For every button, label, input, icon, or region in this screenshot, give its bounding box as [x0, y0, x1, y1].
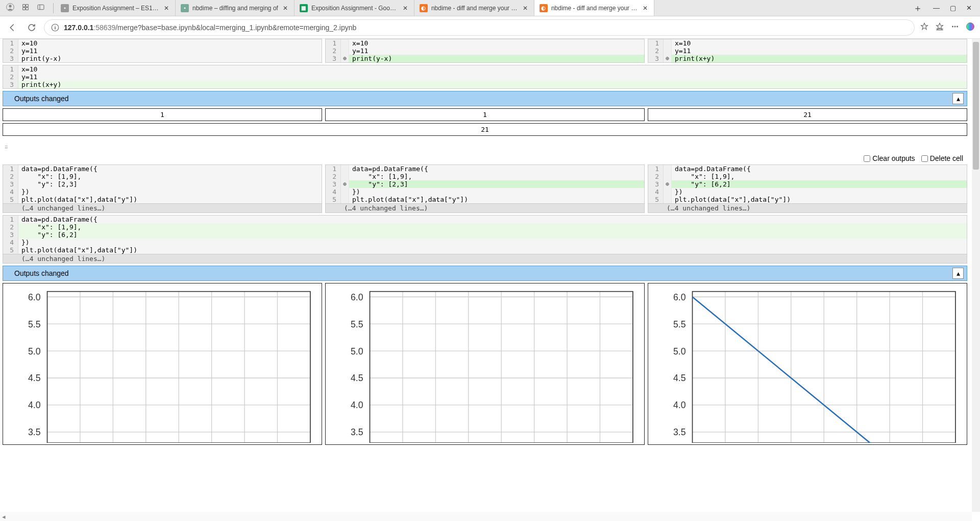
line-number: 3: [648, 55, 664, 62]
svg-rect-2: [38, 5, 44, 9]
collapsed-lines[interactable]: (…4 unchanged lines…): [326, 203, 644, 212]
tab-title: nbdime - diff and merge your Jup: [551, 5, 638, 12]
code-line: plt.plot(data["x"],data["y"]): [672, 196, 967, 203]
horizontal-scrollbar[interactable]: ◂: [0, 512, 972, 521]
scrollbar-thumb[interactable]: [973, 42, 979, 170]
code-line: "x": [1,9],: [672, 173, 967, 180]
svg-text:5.0: 5.0: [28, 346, 41, 357]
chart-output: 3.54.04.55.05.56.0: [3, 283, 322, 445]
outputs-changed-header[interactable]: Outputs changed ▴: [3, 91, 967, 106]
diff-gutter[interactable]: [664, 180, 672, 188]
line-number: 2: [3, 173, 18, 180]
line-number: 2: [3, 223, 18, 231]
browser-tab[interactable]: ◐nbdime - diff and merge your Jup✕: [534, 0, 654, 16]
drag-handle[interactable]: ⠿: [3, 145, 967, 152]
svg-text:6.0: 6.0: [28, 292, 41, 302]
tab-close-icon[interactable]: ✕: [642, 5, 649, 12]
line-number: 2: [326, 173, 341, 180]
code-line: data=pd.DataFrame({: [349, 165, 644, 173]
svg-text:4.5: 4.5: [351, 373, 363, 383]
refresh-button[interactable]: [24, 20, 39, 35]
panel-icon[interactable]: [37, 3, 45, 13]
recent-icon[interactable]: [21, 3, 30, 13]
diff-gutter[interactable]: [664, 188, 672, 196]
diff-gutter[interactable]: [341, 47, 349, 55]
code-line: y=11: [349, 47, 644, 55]
output-remote: 21: [648, 108, 967, 121]
delete-cell-checkbox[interactable]: Delete cell: [921, 154, 963, 162]
svg-point-10: [954, 26, 955, 27]
tab-favicon: ▪: [61, 4, 69, 12]
diff-gutter[interactable]: [664, 47, 672, 55]
favorite-icon[interactable]: [920, 22, 929, 33]
collapse-caret-icon[interactable]: ▴: [952, 93, 964, 104]
browser-tab[interactable]: ▪nbdime – diffing and merging of✕: [176, 0, 295, 16]
window-maximize[interactable]: ▢: [950, 4, 956, 12]
copilot-icon[interactable]: [966, 22, 975, 33]
code-line: }): [672, 188, 967, 196]
tab-favicon: ▦: [300, 4, 308, 12]
diff-gutter[interactable]: [664, 165, 672, 173]
tab-close-icon[interactable]: ✕: [282, 5, 289, 12]
window-close[interactable]: ✕: [966, 4, 972, 12]
line-number: 1: [648, 39, 664, 47]
diff-gutter[interactable]: [341, 196, 349, 203]
browser-tab-strip: ▪Exposition Assignment – ES114 -✕▪nbdime…: [0, 0, 980, 16]
diff-gutter[interactable]: [341, 188, 349, 196]
diff-gutter[interactable]: [664, 55, 672, 62]
svg-text:5.5: 5.5: [673, 319, 686, 329]
new-tab-button[interactable]: ＋: [911, 1, 925, 15]
line-number: 3: [326, 55, 341, 62]
diff-gutter[interactable]: [341, 173, 349, 180]
code-line: plt.plot(data["x"],data["y"]): [18, 246, 967, 254]
back-button[interactable]: [5, 20, 19, 35]
tab-close-icon[interactable]: ✕: [522, 5, 529, 12]
tab-close-icon[interactable]: ✕: [163, 5, 170, 12]
svg-text:3.5: 3.5: [351, 427, 363, 437]
browser-tab[interactable]: ▦Exposition Assignment - Google S✕: [295, 0, 414, 16]
line-number: 4: [648, 188, 664, 196]
svg-text:5.0: 5.0: [673, 346, 686, 357]
diff-gutter[interactable]: [341, 165, 349, 173]
line-number: 5: [648, 196, 664, 203]
diff-gutter[interactable]: [664, 173, 672, 180]
line-number: 2: [3, 47, 18, 55]
line-number: 4: [3, 188, 18, 196]
line-number: 2: [3, 73, 18, 81]
diff-gutter[interactable]: [664, 196, 672, 203]
diff-gutter[interactable]: [664, 39, 672, 47]
clear-outputs-checkbox[interactable]: Clear outputs: [864, 154, 915, 162]
browser-tab[interactable]: ◐nbdime - diff and merge your Jup✕: [414, 0, 534, 16]
url-text: 127.0.0.1:58639/merge?base=base.ipynb&lo…: [64, 23, 356, 32]
address-bar[interactable]: 127.0.0.1:58639/merge?base=base.ipynb&lo…: [44, 19, 915, 36]
window-minimize[interactable]: —: [933, 4, 940, 12]
line-number: 5: [326, 196, 341, 203]
site-info-icon[interactable]: [51, 23, 60, 32]
code-pane: 1data=pd.DataFrame({2 "x": [1,9],3 "y": …: [3, 164, 322, 213]
chart-output: 3.54.04.55.05.56.0: [325, 283, 645, 445]
code-pane: 1data=pd.DataFrame({2 "x": [1,9],3 "y": …: [648, 164, 967, 213]
profile-icon[interactable]: [6, 3, 14, 13]
vertical-scrollbar[interactable]: [972, 39, 980, 512]
diff-gutter[interactable]: [341, 39, 349, 47]
more-icon[interactable]: [950, 22, 960, 33]
tab-close-icon[interactable]: ✕: [402, 5, 409, 12]
collapsed-lines[interactable]: (…4 unchanged lines…): [3, 203, 322, 212]
code-line: "y": [2,3]: [18, 180, 322, 188]
svg-text:6.0: 6.0: [673, 292, 686, 302]
code-line: x=10: [18, 65, 967, 73]
diff-gutter[interactable]: [341, 180, 349, 188]
collapsed-lines[interactable]: (…4 unchanged lines…): [3, 254, 967, 263]
collapsed-lines[interactable]: (…4 unchanged lines…): [648, 203, 967, 212]
collapse-caret-icon[interactable]: ▴: [952, 268, 964, 279]
line-number: 1: [326, 39, 341, 47]
tab-favicon: ◐: [540, 4, 548, 12]
code-line: "x": [1,9],: [18, 223, 967, 231]
line-number: 1: [3, 39, 18, 47]
outputs-changed-header[interactable]: Outputs changed ▴: [3, 266, 967, 281]
collections-icon[interactable]: [935, 22, 944, 33]
browser-tab[interactable]: ▪Exposition Assignment – ES114 -✕: [56, 0, 176, 16]
code-line: "x": [1,9],: [349, 173, 644, 180]
section-header-label: Outputs changed: [14, 269, 69, 277]
diff-gutter[interactable]: [341, 55, 349, 62]
